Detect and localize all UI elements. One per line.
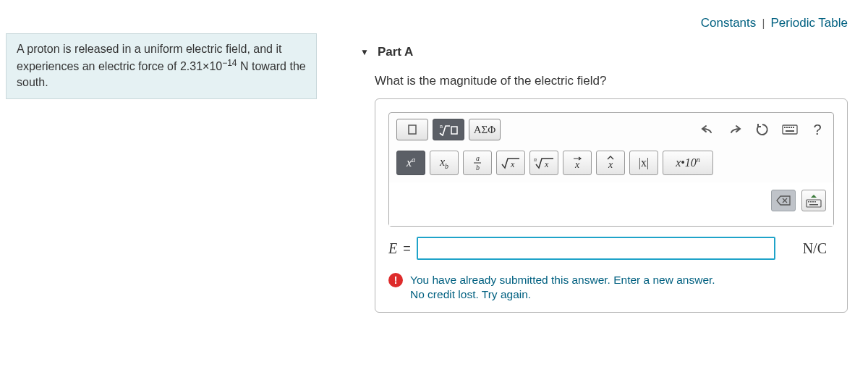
svg-rect-0 (409, 125, 416, 134)
absolute-value-button[interactable]: |x| (629, 151, 658, 175)
fraction-button[interactable]: ab (463, 151, 492, 175)
svg-text:n: n (534, 156, 537, 163)
scientific-notation-button[interactable]: x•10n (663, 151, 713, 175)
svg-rect-3 (783, 125, 797, 134)
keyboard-input-button[interactable] (801, 190, 826, 211)
svg-rect-19 (808, 201, 809, 203)
problem-value: 2.31×10 (180, 60, 222, 72)
collapse-icon[interactable]: ▼ (360, 47, 369, 57)
clear-input-button[interactable] (771, 190, 796, 211)
svg-rect-6 (788, 127, 790, 128)
help-button[interactable]: ? (809, 122, 826, 138)
vector-button[interactable]: x (563, 151, 592, 175)
problem-statement: A proton is released in a uniform electr… (6, 33, 317, 99)
redo-button[interactable] (726, 122, 744, 138)
svg-rect-21 (812, 201, 814, 203)
equals-sign: = (403, 241, 411, 256)
svg-rect-2 (451, 127, 457, 134)
periodic-table-link[interactable]: Periodic Table (771, 16, 848, 30)
subscript-button[interactable]: xb (430, 151, 459, 175)
undo-button[interactable] (699, 122, 716, 138)
svg-rect-7 (791, 127, 792, 128)
answer-input[interactable] (417, 237, 775, 260)
top-links: Constants | Periodic Table (339, 12, 848, 30)
svg-rect-23 (809, 204, 818, 206)
svg-rect-9 (786, 130, 794, 132)
answer-panel: n ΑΣΦ (375, 98, 848, 313)
answer-variable: E (388, 240, 397, 257)
warning-icon: ! (388, 273, 403, 287)
feedback-text: You have already submitted this answer. … (410, 273, 715, 302)
svg-text:a: a (476, 154, 480, 162)
greek-tab[interactable]: ΑΣΦ (469, 119, 501, 140)
superscript-button[interactable]: xa (396, 151, 425, 175)
answer-unit: N/C (803, 240, 827, 257)
svg-rect-4 (784, 127, 786, 128)
svg-text:x: x (574, 159, 580, 170)
svg-rect-18 (807, 200, 821, 207)
svg-text:n: n (440, 123, 443, 130)
sqrt-button[interactable]: x (496, 151, 525, 175)
hat-button[interactable]: x (596, 151, 625, 175)
link-separator: | (762, 17, 765, 29)
keyboard-button[interactable] (781, 122, 799, 138)
math-operators-tab[interactable]: n (433, 119, 464, 140)
svg-rect-8 (793, 127, 794, 128)
svg-text:b: b (476, 164, 480, 172)
math-palette: n ΑΣΦ (388, 112, 834, 227)
part-title: Part A (378, 45, 413, 59)
palette-input-area[interactable] (389, 182, 833, 226)
svg-text:x: x (510, 159, 515, 169)
constants-link[interactable]: Constants (701, 16, 757, 30)
question-text: What is the magnitude of the electric fi… (375, 74, 848, 88)
svg-rect-5 (786, 127, 788, 128)
problem-exponent: −14 (222, 58, 237, 68)
svg-text:x: x (608, 159, 613, 170)
svg-rect-22 (814, 201, 816, 203)
reset-button[interactable] (754, 122, 771, 138)
svg-rect-20 (810, 201, 812, 203)
svg-text:x: x (544, 159, 549, 169)
nth-root-button[interactable]: nx (529, 151, 558, 175)
template-tab[interactable] (396, 119, 428, 140)
